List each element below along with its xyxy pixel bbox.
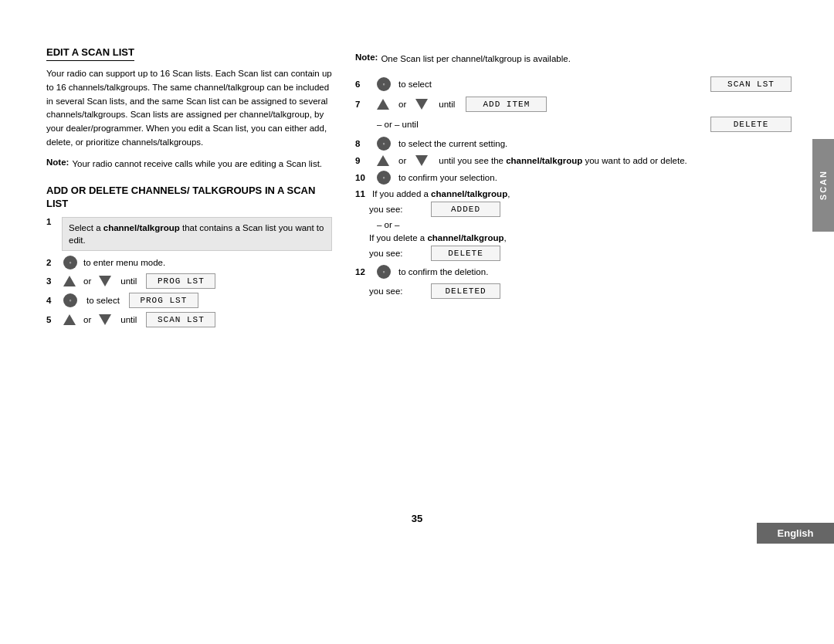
step-2: 2 ◦ to enter menu mode. — [46, 256, 332, 269]
step-6-lcd: SCAN LST — [710, 76, 792, 92]
you-see-row-3: you see: DELETED — [369, 283, 792, 299]
note-text-left: Your radio cannot receive calls while yo… — [72, 158, 322, 171]
step-5-lcd: SCAN LST — [146, 312, 215, 327]
step-12-lcd: DELETED — [431, 283, 500, 299]
step-7: 7 or until ADD ITEM — [355, 97, 792, 112]
if-delete-bold: channel/talkgroup — [427, 233, 503, 242]
up-button-9-icon — [377, 155, 389, 166]
down-button-7-icon — [415, 99, 428, 110]
step-11-text: If you added a — [372, 189, 429, 198]
step-7-or-lcd: DELETE — [710, 117, 792, 132]
page-container: SCAN English 35 Edit a Scan List Your ra… — [0, 0, 834, 644]
step-4-text: to select — [86, 296, 120, 305]
menu-button-icon: ◦ — [63, 256, 77, 269]
step-9-content: until you see the channel/talkgroup you … — [439, 156, 792, 165]
you-see-label-2: you see: — [369, 249, 408, 258]
you-see-row-1: you see: ADDED — [369, 202, 792, 217]
step-1: 1 Select a channel/talkgroup that contai… — [46, 217, 332, 251]
step-5-or: or — [83, 315, 91, 324]
right-column: Note: One Scan list per channel/talkgrou… — [355, 46, 792, 544]
scan-tab-label: SCAN — [819, 170, 828, 200]
step-8-text: to select the current setting. — [398, 139, 792, 148]
step-9-text2: you want to add or delete. — [585, 156, 687, 165]
down-button-9-icon — [415, 155, 428, 166]
if-delete-text: If you delete a — [369, 233, 425, 242]
step-10-text: to confirm your selection. — [398, 173, 792, 182]
step-9-or: or — [398, 156, 406, 165]
step-4: 4 ◦ to select PROG LST — [46, 293, 332, 308]
you-see-label-1: you see: — [369, 205, 408, 214]
note-label-right: Note: — [355, 53, 378, 66]
step-9-bold: channel/talkgroup — [506, 156, 582, 165]
edit-scan-intro: Your radio can support up to 16 Scan lis… — [46, 67, 332, 150]
you-see-label-3: you see: — [369, 286, 408, 296]
step-6: 6 ◦ to select SCAN LST — [355, 76, 792, 92]
step-11-lcd: ADDED — [431, 202, 500, 217]
edit-scan-note: Note: Your radio cannot receive calls wh… — [46, 158, 332, 171]
step-2-text: to enter menu mode. — [83, 258, 332, 267]
step-7-or: or — [398, 100, 406, 109]
step-3: 3 or until PROG LST — [46, 273, 332, 289]
step-7-lcd: ADD ITEM — [466, 97, 547, 112]
step-5-until: until — [120, 315, 137, 324]
step-6-text: to select — [398, 80, 703, 89]
left-column: Edit a Scan List Your radio can support … — [46, 46, 332, 544]
step-7-until: until — [439, 100, 455, 109]
down-button-icon — [99, 276, 111, 286]
step-11-bold: channel/talkgroup — [431, 189, 507, 198]
you-see-row-2: you see: DELETE — [369, 246, 792, 261]
step-3-or: or — [83, 276, 91, 286]
note-label-left: Note: — [46, 158, 69, 171]
step-3-until: until — [120, 276, 137, 286]
main-content: Edit a Scan List Your radio can support … — [46, 46, 792, 544]
step-12: 12 ◦ to confirm the deletion. — [355, 265, 792, 279]
select-button-12-icon: ◦ — [377, 265, 391, 279]
step-11b-lcd: DELETE — [431, 246, 500, 261]
step-7-or-text: – or – until — [377, 120, 703, 129]
edit-scan-title: Edit a Scan List — [46, 46, 134, 61]
right-note: Note: One Scan list per channel/talkgrou… — [355, 53, 792, 66]
scan-tab: SCAN — [812, 139, 834, 232]
step-12-text: to confirm the deletion. — [398, 267, 792, 276]
select-button-8-icon: ◦ — [377, 137, 391, 151]
up-button-icon — [63, 276, 76, 286]
up-button-7-icon — [377, 99, 389, 110]
down-button-5-icon — [99, 314, 111, 325]
step-10: 10 ◦ to confirm your selection. — [355, 171, 792, 185]
up-button-5-icon — [63, 314, 76, 325]
step-8: 8 ◦ to select the current setting. — [355, 137, 792, 151]
steps-left: 1 Select a channel/talkgroup that contai… — [46, 217, 332, 327]
step-11-num: 11 — [355, 189, 365, 198]
step-5: 5 or until SCAN LST — [46, 312, 332, 327]
step-9-until: until you see the — [439, 156, 503, 165]
step-11: 11 If you added a channel/talkgroup, you… — [355, 189, 792, 261]
or-separator: – or – — [377, 220, 792, 229]
step-4-lcd: PROG LST — [129, 293, 198, 308]
step-1-box: Select a channel/talkgroup that contains… — [62, 217, 332, 251]
step-3-lcd: PROG LST — [146, 273, 215, 289]
step-7-or-row: – or – until DELETE — [377, 117, 792, 132]
select-button-6-icon: ◦ — [377, 77, 391, 91]
add-delete-title: Add or Delete Channels/ Talkgroups in a … — [46, 185, 332, 211]
select-button-10-icon: ◦ — [377, 171, 391, 185]
step-9: 9 or until you see the channel/talkgroup… — [355, 155, 792, 166]
select-button-4-icon: ◦ — [63, 293, 77, 307]
note-text-right: One Scan list per channel/talkgroup is a… — [381, 53, 570, 66]
